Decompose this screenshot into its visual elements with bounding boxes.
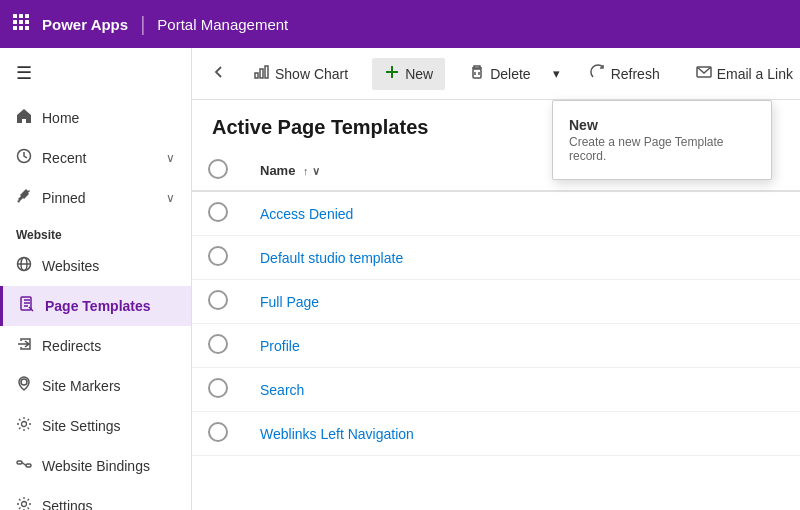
table-row: Profile xyxy=(192,324,800,368)
recent-chevron-icon: ∨ xyxy=(166,151,175,165)
new-button[interactable]: New xyxy=(372,58,445,90)
refresh-label: Refresh xyxy=(611,66,660,82)
delete-button[interactable]: Delete xyxy=(457,58,542,89)
sidebar-item-pinned[interactable]: Pinned ∨ xyxy=(0,178,191,218)
websites-icon xyxy=(16,256,32,276)
row-checkbox-cell xyxy=(192,280,244,324)
sidebar-item-home[interactable]: Home xyxy=(0,98,191,138)
row-checkbox[interactable] xyxy=(208,246,228,266)
row-link[interactable]: Default studio template xyxy=(260,250,403,266)
back-icon xyxy=(212,65,226,82)
website-bindings-icon xyxy=(16,456,32,476)
row-checkbox-cell xyxy=(192,191,244,236)
hamburger-button[interactable]: ☰ xyxy=(0,48,191,98)
sidebar-item-pinned-label: Pinned xyxy=(42,190,86,206)
sidebar-item-site-markers[interactable]: Site Markers xyxy=(0,366,191,406)
row-link[interactable]: Full Page xyxy=(260,294,319,310)
header-checkbox[interactable] xyxy=(208,159,228,179)
site-settings-icon xyxy=(16,416,32,436)
delete-label: Delete xyxy=(490,66,530,82)
table-row: Weblinks Left Navigation xyxy=(192,412,800,456)
table-header-checkbox xyxy=(192,151,244,191)
redirects-icon xyxy=(16,336,32,356)
delete-icon xyxy=(469,64,485,83)
show-chart-button[interactable]: Show Chart xyxy=(242,58,360,89)
row-checkbox-cell xyxy=(192,368,244,412)
sidebar: ☰ Home Recent ∨ Pinned ∨ Website xyxy=(0,48,192,510)
page-templates-icon xyxy=(19,296,35,316)
svg-point-15 xyxy=(22,422,27,427)
sidebar-item-redirects-label: Redirects xyxy=(42,338,101,354)
svg-rect-20 xyxy=(255,73,258,78)
row-checkbox-cell xyxy=(192,236,244,280)
toolbar: Show Chart New Delete ▾ xyxy=(192,48,800,100)
new-icon xyxy=(384,64,400,84)
sidebar-item-page-templates-label: Page Templates xyxy=(45,298,151,314)
sidebar-item-website-bindings[interactable]: Website Bindings xyxy=(0,446,191,486)
svg-rect-7 xyxy=(19,26,23,30)
svg-rect-0 xyxy=(13,14,17,18)
delete-dropdown-button[interactable]: ▾ xyxy=(547,60,566,87)
svg-rect-2 xyxy=(25,14,29,18)
svg-point-14 xyxy=(21,379,27,385)
app-logo: Power Apps xyxy=(42,16,128,33)
row-checkbox[interactable] xyxy=(208,202,228,222)
refresh-icon xyxy=(590,64,606,83)
svg-rect-1 xyxy=(19,14,23,18)
sidebar-item-settings[interactable]: Settings xyxy=(0,486,191,510)
settings-icon xyxy=(16,496,32,510)
sidebar-section-website: Website xyxy=(0,218,191,246)
row-checkbox[interactable] xyxy=(208,422,228,442)
dropdown-new-item[interactable]: New Create a new Page Template record. xyxy=(553,109,771,171)
row-link[interactable]: Weblinks Left Navigation xyxy=(260,426,414,442)
show-chart-label: Show Chart xyxy=(275,66,348,82)
chart-icon xyxy=(254,64,270,83)
row-link[interactable]: Profile xyxy=(260,338,300,354)
refresh-button[interactable]: Refresh xyxy=(578,58,672,89)
pinned-chevron-icon: ∨ xyxy=(166,191,175,205)
table-row: Full Page xyxy=(192,280,800,324)
svg-rect-4 xyxy=(19,20,23,24)
main-content: Show Chart New Delete ▾ xyxy=(192,48,800,510)
row-checkbox-cell xyxy=(192,412,244,456)
email-link-button[interactable]: Email a Link xyxy=(684,58,800,89)
row-name-cell: Full Page xyxy=(244,280,800,324)
new-dropdown-popup: New Create a new Page Template record. xyxy=(552,100,772,180)
table-row: Search xyxy=(192,368,800,412)
svg-rect-17 xyxy=(26,464,31,467)
records-table: Name ↑ ∨ Access Denied Default studio te… xyxy=(192,151,800,456)
svg-rect-8 xyxy=(25,26,29,30)
row-name-cell: Profile xyxy=(244,324,800,368)
sidebar-item-home-label: Home xyxy=(42,110,79,126)
svg-rect-22 xyxy=(265,66,268,78)
sidebar-item-website-bindings-label: Website Bindings xyxy=(42,458,150,474)
svg-point-19 xyxy=(22,502,27,507)
sidebar-item-recent-label: Recent xyxy=(42,150,86,166)
sidebar-item-page-templates[interactable]: Page Templates xyxy=(0,286,191,326)
email-icon xyxy=(696,64,712,83)
back-button[interactable] xyxy=(200,59,238,88)
svg-rect-25 xyxy=(473,69,481,78)
sidebar-item-websites[interactable]: Websites xyxy=(0,246,191,286)
column-name-label: Name xyxy=(260,163,295,178)
row-checkbox[interactable] xyxy=(208,290,228,310)
row-name-cell: Search xyxy=(244,368,800,412)
svg-rect-3 xyxy=(13,20,17,24)
row-link[interactable]: Access Denied xyxy=(260,206,353,222)
top-bar-divider: | xyxy=(140,13,145,36)
apps-icon[interactable] xyxy=(12,13,30,36)
sidebar-item-recent[interactable]: Recent ∨ xyxy=(0,138,191,178)
svg-rect-21 xyxy=(260,69,263,78)
row-checkbox[interactable] xyxy=(208,378,228,398)
recent-icon xyxy=(16,148,32,168)
table-row: Default studio template xyxy=(192,236,800,280)
sidebar-item-websites-label: Websites xyxy=(42,258,99,274)
row-name-cell: Access Denied xyxy=(244,191,800,236)
sidebar-item-redirects[interactable]: Redirects xyxy=(0,326,191,366)
new-label: New xyxy=(405,66,433,82)
sidebar-item-site-settings[interactable]: Site Settings xyxy=(0,406,191,446)
email-link-label: Email a Link xyxy=(717,66,793,82)
row-checkbox[interactable] xyxy=(208,334,228,354)
table-row: Access Denied xyxy=(192,191,800,236)
row-link[interactable]: Search xyxy=(260,382,304,398)
